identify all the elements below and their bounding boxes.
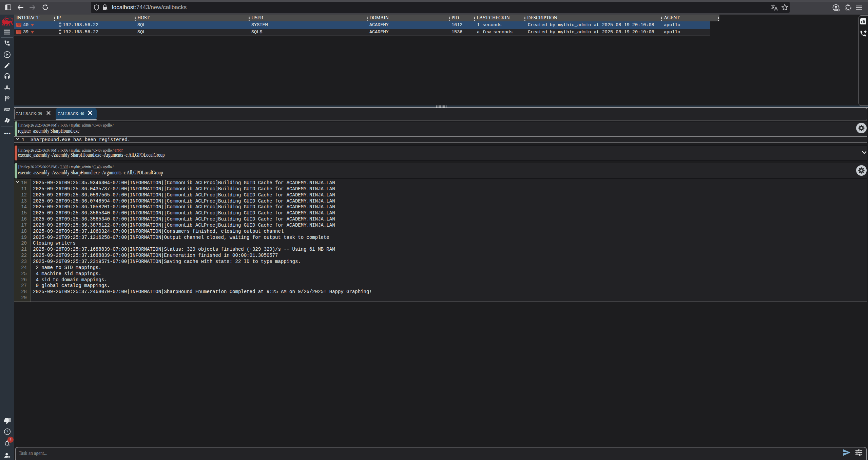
svg-text:?: ? <box>6 429 8 434</box>
